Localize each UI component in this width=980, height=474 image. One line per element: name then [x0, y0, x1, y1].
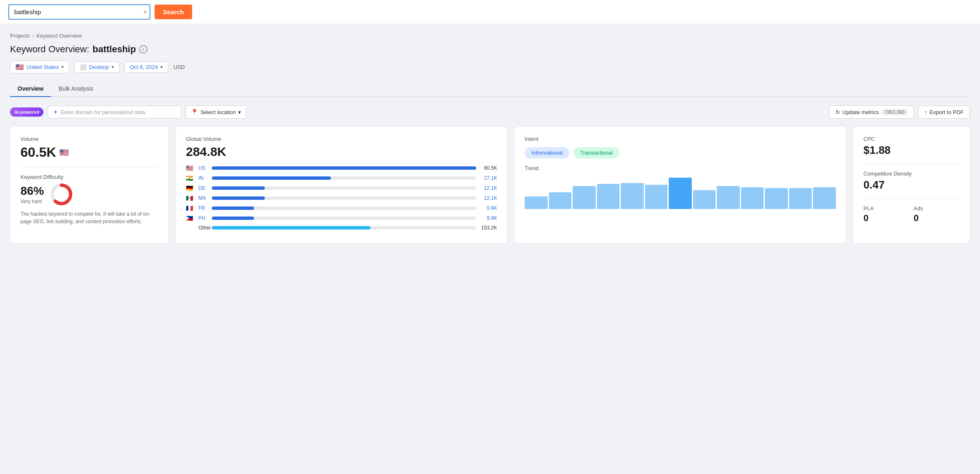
bar-value: 60.5K	[480, 165, 497, 171]
keyword-label: battleship	[93, 44, 136, 55]
ads-label: Ads	[914, 205, 960, 212]
other-label: Other	[198, 225, 208, 231]
country-chevron-icon: ▾	[61, 64, 64, 70]
bar-code: DE	[198, 185, 208, 191]
export-icon: ↑	[924, 109, 927, 115]
cpc-divider	[863, 163, 960, 164]
filters-row: 🇺🇸 United States ▾ ⬜ Desktop ▾ Oct 8, 20…	[10, 61, 970, 74]
search-wrapper: ×	[8, 4, 150, 20]
add-to-project-icon[interactable]: +	[139, 45, 147, 54]
bar-fill	[212, 206, 254, 210]
volume-value: 60.5K 🇺🇸	[20, 145, 158, 160]
cards-grid: Volume 60.5K 🇺🇸 Keyword Difficulty 86% V…	[10, 126, 970, 244]
bar-row: 🇵🇭 PH 9.9K	[186, 215, 497, 222]
bar-code: FR	[198, 205, 208, 211]
kd-donut-chart	[50, 183, 73, 206]
update-metrics-button[interactable]: ↻ Update metrics 735/1,000	[829, 105, 914, 119]
trend-bar	[789, 188, 812, 209]
trend-bar	[645, 185, 668, 209]
tab-bulk-analysis[interactable]: Bulk Analysis	[51, 81, 100, 97]
bar-flag: 🇮🇳	[186, 175, 195, 181]
trend-bar	[717, 186, 740, 209]
date-filter[interactable]: Oct 8, 2024 ▾	[124, 61, 168, 73]
bar-flag: 🇫🇷	[186, 205, 195, 212]
location-chevron-icon: ▾	[238, 109, 241, 115]
bar-code: MX	[198, 195, 208, 201]
other-bar-fill	[212, 226, 371, 229]
trend-bar	[669, 178, 692, 209]
other-bar-track	[212, 226, 476, 229]
global-volume-value: 284.8K	[186, 145, 497, 159]
comp-divider	[863, 198, 960, 199]
kd-value: 86%	[20, 184, 44, 198]
intent-trend-card: Intent Informational Transactional Trend	[514, 126, 846, 244]
global-volume-card: Global Volume 284.8K 🇺🇸 US 60.5K 🇮🇳 IN 2…	[175, 126, 508, 244]
intent-label: Intent	[525, 136, 836, 142]
tab-overview[interactable]: Overview	[10, 81, 51, 97]
trend-bar	[597, 184, 620, 209]
bar-value: 9.9K	[480, 205, 497, 211]
bar-code: IN	[198, 175, 208, 181]
device-filter[interactable]: ⬜ Desktop ▾	[74, 61, 119, 73]
trend-bar	[813, 187, 836, 209]
other-bar-row: Other 153.2K	[186, 225, 497, 231]
search-button[interactable]: Search	[155, 5, 192, 19]
bar-code: PH	[198, 215, 208, 221]
bar-flag: 🇺🇸	[186, 165, 195, 171]
volume-label: Volume	[20, 136, 158, 142]
device-chevron-icon: ▾	[112, 64, 114, 70]
trend-bar	[573, 186, 596, 209]
bar-fill	[212, 186, 265, 190]
domain-input-placeholder: Enter domain for personalized data	[61, 109, 145, 115]
location-pin-icon: 📍	[191, 109, 198, 115]
bar-row: 🇫🇷 FR 9.9K	[186, 205, 497, 212]
export-label: Export to PDF	[929, 109, 964, 115]
bar-track	[212, 206, 476, 210]
trend-label: Trend	[525, 165, 836, 171]
sparkle-icon: ✦	[53, 109, 58, 115]
bar-track	[212, 217, 476, 220]
export-pdf-button[interactable]: ↑ Export to PDF	[918, 106, 970, 119]
country-filter[interactable]: 🇺🇸 United States ▾	[10, 61, 69, 74]
bar-row: 🇮🇳 IN 27.1K	[186, 175, 497, 181]
volume-flag: 🇺🇸	[59, 148, 69, 157]
global-volume-label: Global Volume	[186, 136, 497, 142]
country-label: United States	[26, 64, 59, 70]
badge-informational: Informational	[525, 147, 569, 158]
bar-rows: 🇺🇸 US 60.5K 🇮🇳 IN 27.1K 🇩🇪 DE 12.1K 🇲🇽 M…	[186, 165, 497, 222]
trend-chart	[525, 176, 836, 209]
kd-sublabel: Very hard	[20, 199, 44, 204]
breadcrumb: Projects › Keyword Overview	[10, 33, 970, 39]
volume-card: Volume 60.5K 🇺🇸 Keyword Difficulty 86% V…	[10, 126, 169, 244]
kd-text: 86% Very hard	[20, 184, 44, 204]
trend-bar	[525, 196, 548, 209]
breadcrumb-projects[interactable]: Projects	[10, 33, 30, 39]
update-metrics-label: Update metrics	[843, 109, 879, 115]
clear-button[interactable]: ×	[143, 9, 147, 15]
bar-fill	[212, 166, 476, 170]
bar-flag: 🇵🇭	[186, 215, 195, 222]
trend-bar	[549, 192, 572, 209]
bar-track	[212, 196, 476, 200]
location-label: Select location	[201, 109, 236, 115]
bar-value: 12.1K	[480, 185, 497, 191]
refresh-icon: ↻	[835, 109, 840, 115]
pla-label: PLA	[863, 205, 909, 212]
search-input[interactable]	[8, 4, 150, 20]
bar-track	[212, 166, 476, 170]
bar-row: 🇲🇽 MX 12.1K	[186, 195, 497, 201]
toolbar-right: ↻ Update metrics 735/1,000 ↑ Export to P…	[829, 105, 970, 119]
ads-section: Ads 0	[914, 205, 960, 224]
intent-badges: Informational Transactional	[525, 147, 836, 158]
divider	[20, 167, 158, 167]
trend-bar	[693, 190, 716, 209]
comp-density-value: 0.47	[863, 178, 960, 191]
ads-value: 0	[914, 213, 960, 224]
main-content: Projects › Keyword Overview Keyword Over…	[0, 24, 980, 252]
location-select[interactable]: 📍 Select location ▾	[185, 105, 247, 119]
cpc-value: $1.88	[863, 144, 960, 157]
other-value: 153.2K	[480, 225, 497, 231]
page-title: Keyword Overview: battleship +	[10, 44, 970, 55]
domain-input-wrapper[interactable]: ✦ Enter domain for personalized data	[48, 106, 181, 118]
kd-label: Keyword Difficulty	[20, 174, 158, 180]
